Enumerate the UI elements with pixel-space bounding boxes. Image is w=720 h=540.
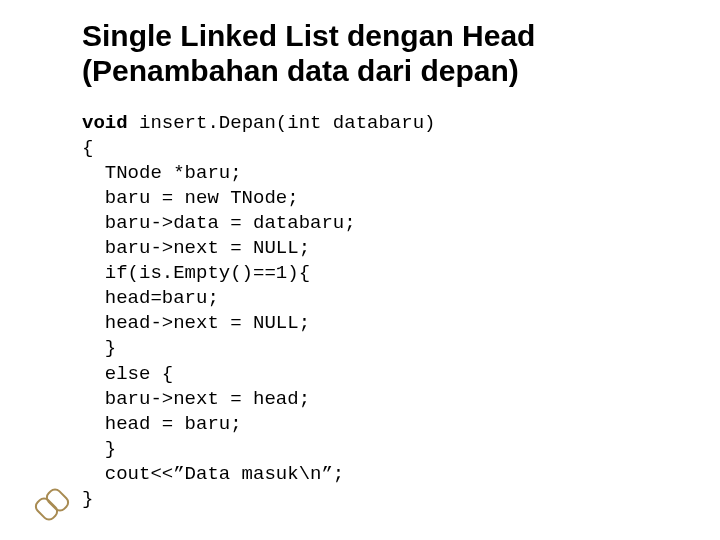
slide-title: Single Linked List dengan Head (Penambah… [82, 18, 660, 89]
keyword-void: void [82, 112, 128, 134]
code-line-4: baru->next = NULL; [105, 237, 310, 259]
title-line-2: (Penambahan data dari depan) [82, 54, 519, 87]
code-line-13: cout<<”Data masuk\n”; [105, 463, 344, 485]
slide: Single Linked List dengan Head (Penambah… [0, 0, 720, 540]
code-line-3: baru->data = databaru; [105, 212, 356, 234]
code-line-6: head=baru; [105, 287, 219, 309]
title-line-1: Single Linked List dengan Head [82, 19, 535, 52]
code-line-10: baru->next = head; [105, 388, 310, 410]
chain-link-icon [38, 490, 68, 520]
code-line-1: TNode *baru; [105, 162, 242, 184]
code-line-9: else { [105, 363, 173, 385]
code-line-5: if(is.Empty()==1){ [105, 262, 310, 284]
code-block: void insert.Depan(int databaru) { TNode … [82, 111, 660, 512]
code-signature: insert.Depan(int databaru) [128, 112, 436, 134]
code-line-7: head->next = NULL; [105, 312, 310, 334]
code-line-12: } [105, 438, 116, 460]
code-open-brace: { [82, 137, 93, 159]
code-line-11: head = baru; [105, 413, 242, 435]
code-close-brace: } [82, 488, 93, 510]
code-line-8: } [105, 337, 116, 359]
code-line-2: baru = new TNode; [105, 187, 299, 209]
